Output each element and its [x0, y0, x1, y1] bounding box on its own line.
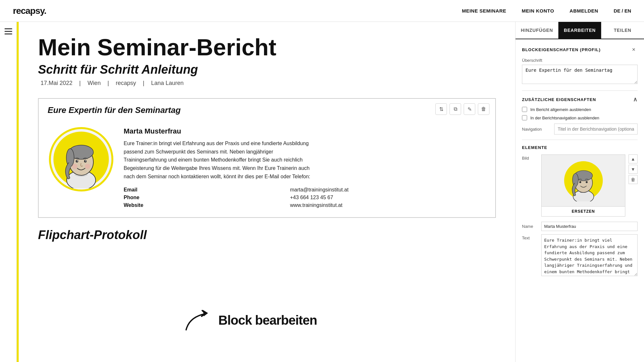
- name-element-input[interactable]: [541, 222, 638, 231]
- name-element-label: Name: [522, 224, 538, 229]
- svg-point-19: [579, 181, 581, 183]
- navigation-input[interactable]: [554, 124, 638, 135]
- email-label: Email: [124, 187, 280, 193]
- website-value: www.trainingsinstitut.at: [290, 202, 485, 208]
- content-wrapper: Mein Seminar-Bericht Schritt für Schritt…: [0, 22, 644, 362]
- svg-point-11: [85, 164, 90, 169]
- panel-tabs: HINZUFÜGEN BEARBEITEN TEILEN: [516, 22, 644, 39]
- meta-author: Lana Lauren: [151, 80, 184, 86]
- delete-button[interactable]: 🗑: [478, 103, 489, 115]
- checkbox-allgemein-label[interactable]: Im Bericht allgemein ausblenden: [530, 107, 591, 112]
- profile-contacts: Email marta@trainingsinstitut.at Phone +…: [124, 187, 485, 208]
- right-panel: HINZUFÜGEN BEARBEITEN TEILEN BLOCKEIGENS…: [515, 22, 644, 362]
- bild-element-row: Bild: [522, 154, 638, 217]
- email-value: marta@trainingsinstitut.at: [290, 187, 485, 193]
- page-meta: 17.Mai 2022 | Wien | recapsy | Lana Laur…: [38, 80, 496, 87]
- ueberschrift-label: Überschrift: [522, 58, 638, 63]
- logo[interactable]: recapsy.: [13, 6, 46, 16]
- profile-illustration: [52, 130, 110, 188]
- nav-abmelden[interactable]: ABMELDEN: [570, 8, 598, 14]
- divider-2: [522, 140, 638, 140]
- lang-switcher[interactable]: DE / EN: [614, 8, 631, 14]
- move-down-image-button[interactable]: ▼: [629, 165, 638, 174]
- divider-1: [522, 90, 638, 91]
- text-element-label: Text: [522, 236, 538, 240]
- elemente-section: ELEMENTE: [522, 145, 638, 150]
- blockeigenschaften-title: BLOCKEIGENSCHAFTEN (PROFIL): [522, 47, 601, 52]
- navigation-label: Navigation: [522, 127, 551, 132]
- profile-text: Eure Trainer:in bringt viel Erfahrung au…: [124, 139, 317, 181]
- elemente-title: ELEMENTE: [522, 145, 547, 150]
- ueberschrift-field: Überschrift: [522, 58, 638, 85]
- name-element-row: Name: [522, 222, 638, 231]
- svg-point-20: [586, 181, 588, 183]
- flipchart-section: Flipchart-Protokoll: [38, 228, 496, 242]
- svg-point-10: [72, 164, 77, 169]
- duplicate-button[interactable]: ⧉: [450, 103, 461, 115]
- navigation-field: Navigation: [522, 124, 638, 135]
- meta-location: Wien: [88, 80, 101, 86]
- checkbox-berichtsnavigation[interactable]: [522, 115, 527, 120]
- meta-date: 17.Mai 2022: [41, 80, 72, 86]
- sidebar-toggle[interactable]: [0, 22, 17, 362]
- meta-brand: recapsy: [116, 80, 136, 86]
- zusaetzliche-title: ZUSÄTZLICHE EIGENSCHAFTEN: [522, 97, 596, 102]
- profile-info: Marta Musterfrau Eure Trainer:in bringt …: [124, 127, 485, 208]
- close-button[interactable]: ×: [630, 46, 638, 53]
- image-thumb-container: ERSETZEN: [541, 154, 625, 217]
- tab-teilen[interactable]: TEILEN: [601, 22, 644, 39]
- checkbox-allgemein[interactable]: [522, 107, 527, 112]
- flipchart-title: Flipchart-Protokoll: [38, 228, 496, 242]
- main-content: Mein Seminar-Bericht Schritt für Schritt…: [19, 22, 515, 362]
- profile-block: Eure Expertin für den Seminartag ⇅ ⧉ ✎ 🗑: [38, 98, 496, 218]
- panel-content: BLOCKEIGENSCHAFTEN (PROFIL) × Überschrif…: [516, 39, 644, 362]
- image-side-controls: ▲ ▼ 🗑: [629, 154, 638, 184]
- text-element-row: Text: [522, 234, 638, 276]
- thumb-illustration: [563, 160, 604, 201]
- checkbox-berichtsnavigation-label[interactable]: In der Berichtsnavigation ausblenden: [530, 116, 599, 120]
- phone-value: +43 664 123 45 67: [290, 195, 485, 200]
- nav-konto[interactable]: MEIN KONTO: [522, 8, 554, 14]
- website-label: Website: [124, 202, 280, 208]
- page-subtitle: Schritt für Schritt Anleitung: [38, 63, 496, 77]
- nav-links: MEINE SEMINARE MEIN KONTO ABMELDEN DE / …: [462, 8, 631, 14]
- text-element-textarea[interactable]: [541, 234, 638, 276]
- annotation: Block bearbeiten: [180, 304, 317, 336]
- delete-image-button[interactable]: 🗑: [629, 175, 638, 184]
- profile-block-heading: Eure Expertin für den Seminartag: [48, 105, 181, 115]
- annotation-arrow: [180, 304, 218, 336]
- profile-name: Marta Musterfrau: [124, 127, 485, 135]
- bild-label: Bild: [522, 156, 538, 161]
- profile-image-wrap: [49, 127, 113, 191]
- top-nav: recapsy. MEINE SEMINARE MEIN KONTO ABMEL…: [0, 0, 644, 22]
- page-title: Mein Seminar-Bericht: [38, 35, 496, 60]
- tab-hinzufuegen[interactable]: HINZUFÜGEN: [516, 22, 558, 39]
- checkbox-allgemein-row: Im Bericht allgemein ausblenden: [522, 107, 638, 112]
- blockeigenschaften-section: BLOCKEIGENSCHAFTEN (PROFIL) ×: [522, 46, 638, 53]
- move-up-image-button[interactable]: ▲: [629, 154, 638, 163]
- profile-image: [49, 127, 113, 191]
- chevron-up-icon[interactable]: ∧: [633, 96, 638, 103]
- ersetzen-button[interactable]: ERSETZEN: [542, 206, 625, 216]
- svg-point-9: [85, 161, 86, 162]
- zusaetzliche-section: ZUSÄTZLICHE EIGENSCHAFTEN ∧: [522, 96, 638, 103]
- ueberschrift-input[interactable]: [522, 65, 638, 84]
- profile-block-tools: ⇅ ⧉ ✎ 🗑: [435, 103, 489, 115]
- hamburger-icon[interactable]: [5, 28, 12, 34]
- checkbox-navigation-row: In der Berichtsnavigation ausblenden: [522, 115, 638, 120]
- edit-button[interactable]: ✎: [464, 103, 475, 115]
- move-up-down-button[interactable]: ⇅: [435, 103, 447, 115]
- nav-seminare[interactable]: MEINE SEMINARE: [462, 8, 506, 14]
- tab-bearbeiten[interactable]: BEARBEITEN: [558, 22, 601, 39]
- svg-point-8: [77, 161, 78, 162]
- phone-label: Phone: [124, 195, 280, 200]
- annotation-text: Block bearbeiten: [218, 313, 317, 328]
- image-thumb: [542, 155, 625, 206]
